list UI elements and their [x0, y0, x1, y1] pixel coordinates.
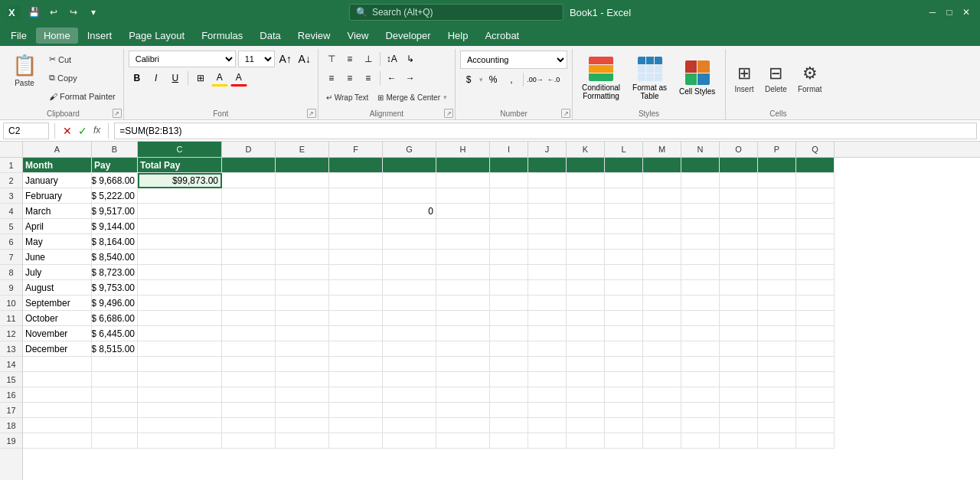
- menu-view[interactable]: View: [339, 28, 376, 44]
- cell-n4[interactable]: [681, 204, 720, 219]
- cell-k4[interactable]: [567, 204, 605, 219]
- cell-n11[interactable]: [681, 311, 720, 326]
- cell-a15[interactable]: [23, 372, 92, 387]
- cell-h14[interactable]: [436, 357, 490, 372]
- cell-k13[interactable]: [567, 341, 605, 357]
- cell-f18[interactable]: [329, 418, 383, 433]
- cell-g10[interactable]: [383, 296, 436, 311]
- cell-i18[interactable]: [490, 418, 528, 433]
- text-direction-button[interactable]: ↕A: [384, 51, 400, 67]
- cell-c11[interactable]: [138, 311, 222, 326]
- cell-h10[interactable]: [436, 296, 490, 311]
- cell-i11[interactable]: [490, 311, 528, 326]
- cell-reference-input[interactable]: [3, 122, 49, 139]
- cell-j8[interactable]: [528, 265, 567, 280]
- col-header-q[interactable]: Q: [796, 142, 835, 157]
- increase-font-button[interactable]: A↑: [277, 51, 294, 67]
- excel-logo-icon[interactable]: X: [6, 5, 21, 20]
- cell-f19[interactable]: [329, 433, 383, 449]
- cell-a17[interactable]: [23, 403, 92, 418]
- cell-a19[interactable]: [23, 433, 92, 449]
- cell-p2[interactable]: [758, 173, 796, 188]
- cell-j13[interactable]: [528, 341, 567, 357]
- cell-d10[interactable]: [222, 296, 276, 311]
- cell-o18[interactable]: [720, 418, 758, 433]
- cell-c17[interactable]: [138, 403, 222, 418]
- indent-button[interactable]: ↳: [402, 51, 419, 67]
- cell-e13[interactable]: [276, 341, 329, 357]
- cell-j9[interactable]: [528, 280, 567, 296]
- cell-g4[interactable]: 0: [383, 204, 436, 219]
- cell-m13[interactable]: [643, 341, 681, 357]
- cell-m11[interactable]: [643, 311, 681, 326]
- cell-j12[interactable]: [528, 326, 567, 341]
- cell-h17[interactable]: [436, 403, 490, 418]
- copy-button[interactable]: ⧉ Copy: [46, 70, 119, 87]
- cell-n17[interactable]: [681, 403, 720, 418]
- align-right-button[interactable]: ≡: [360, 70, 377, 87]
- cell-h18[interactable]: [436, 418, 490, 433]
- cell-j6[interactable]: [528, 234, 567, 250]
- cell-p13[interactable]: [758, 341, 796, 357]
- cell-j15[interactable]: [528, 372, 567, 387]
- minimize-icon[interactable]: ─: [925, 5, 940, 20]
- cell-i19[interactable]: [490, 433, 528, 449]
- menu-acrobat[interactable]: Acrobat: [477, 28, 527, 44]
- cell-d12[interactable]: [222, 326, 276, 341]
- cell-m5[interactable]: [643, 219, 681, 234]
- cell-m18[interactable]: [643, 418, 681, 433]
- cell-p15[interactable]: [758, 372, 796, 387]
- cell-k12[interactable]: [567, 326, 605, 341]
- cell-b16[interactable]: [92, 387, 138, 403]
- menu-home[interactable]: Home: [36, 28, 78, 44]
- cell-j7[interactable]: [528, 250, 567, 265]
- cell-o14[interactable]: [720, 357, 758, 372]
- cell-k14[interactable]: [567, 357, 605, 372]
- cell-q13[interactable]: [796, 341, 835, 357]
- cell-a9[interactable]: August: [23, 280, 92, 296]
- cell-q2[interactable]: [796, 173, 835, 188]
- menu-formulas[interactable]: Formulas: [194, 28, 250, 44]
- cell-p12[interactable]: [758, 326, 796, 341]
- cell-b13[interactable]: $ 8,515.00: [92, 341, 138, 357]
- comma-button[interactable]: ,: [503, 71, 520, 88]
- cell-l8[interactable]: [605, 265, 643, 280]
- cell-m10[interactable]: [643, 296, 681, 311]
- cell-e10[interactable]: [276, 296, 329, 311]
- cell-l17[interactable]: [605, 403, 643, 418]
- cell-j17[interactable]: [528, 403, 567, 418]
- cell-d8[interactable]: [222, 265, 276, 280]
- cell-e18[interactable]: [276, 418, 329, 433]
- cell-d5[interactable]: [222, 219, 276, 234]
- cell-l19[interactable]: [605, 433, 643, 449]
- cell-d18[interactable]: [222, 418, 276, 433]
- cell-h6[interactable]: [436, 234, 490, 250]
- cell-n18[interactable]: [681, 418, 720, 433]
- cell-i12[interactable]: [490, 326, 528, 341]
- cell-h19[interactable]: [436, 433, 490, 449]
- cell-h8[interactable]: [436, 265, 490, 280]
- cell-p8[interactable]: [758, 265, 796, 280]
- cell-b9[interactable]: $ 9,753.00: [92, 280, 138, 296]
- cell-a16[interactable]: [23, 387, 92, 403]
- cell-g2[interactable]: [383, 173, 436, 188]
- cell-g15[interactable]: [383, 372, 436, 387]
- row-num-10[interactable]: 10: [0, 296, 22, 311]
- cell-q9[interactable]: [796, 280, 835, 296]
- cell-p14[interactable]: [758, 357, 796, 372]
- cell-q18[interactable]: [796, 418, 835, 433]
- cell-l5[interactable]: [605, 219, 643, 234]
- col-header-h[interactable]: H: [436, 142, 490, 157]
- cell-m15[interactable]: [643, 372, 681, 387]
- cell-q15[interactable]: [796, 372, 835, 387]
- wrap-text-button[interactable]: ↵ Wrap Text: [323, 89, 372, 106]
- cell-g17[interactable]: [383, 403, 436, 418]
- cell-q19[interactable]: [796, 433, 835, 449]
- confirm-formula-icon[interactable]: ✓: [76, 125, 90, 137]
- cell-o1[interactable]: [720, 158, 758, 173]
- cell-c19[interactable]: [138, 433, 222, 449]
- cell-f1[interactable]: [329, 158, 383, 173]
- cell-c4[interactable]: [138, 204, 222, 219]
- cell-i3[interactable]: [490, 188, 528, 204]
- font-size-select[interactable]: 11: [238, 51, 275, 67]
